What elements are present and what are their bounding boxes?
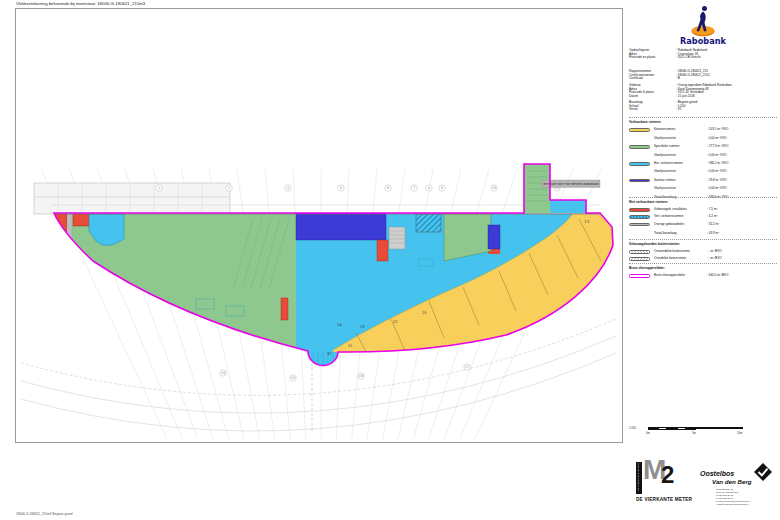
oostelbos-logo: Oostelbos Van den Berg Ravenswade 10 343…	[700, 465, 778, 517]
swatch-specific	[629, 145, 650, 149]
legend-row: Sanitair ruimten29,8 m² VVO	[629, 176, 777, 184]
legend-header: Bruto vloeroppervlakte:	[629, 267, 777, 271]
legend-header: Niet verhuurbare ruimten:	[629, 201, 777, 205]
zone-specific-protrusion	[524, 164, 550, 213]
legend-row: Glaslijncorrectie0,00 m² VVO	[629, 151, 777, 159]
svg-text:3: 3	[228, 186, 230, 190]
oostelbos-address: Ravenswade 10 3439 PK Nieuwegein T 030 2…	[716, 488, 750, 506]
building-info: GebouwOverig eigendom Rabobank Rotterdam…	[629, 84, 777, 98]
svg-text:8: 8	[428, 186, 430, 190]
svg-text:7: 7	[413, 186, 415, 190]
zone-installations-1	[377, 240, 388, 261]
grid-bubbles-bottom: 14 15 16 17	[220, 364, 470, 381]
m2-logo-caption: DE VIERKANTE METER	[636, 497, 692, 502]
swatch-sanitary	[629, 179, 650, 183]
m2-logo-2: 2	[661, 462, 674, 488]
swatch-covered-outdoor	[629, 257, 650, 261]
swatch-circulation	[629, 162, 650, 166]
legend-gross-area: Bruto vloeroppervlakte: Bruto vloeropper…	[629, 263, 777, 279]
zone-sanitary-small	[488, 225, 500, 249]
legend-row: Glaslijncorrectie0,00 m² VVO	[629, 168, 777, 176]
logo-figure-head	[702, 6, 707, 11]
svg-text:17: 17	[465, 365, 469, 369]
legend-row: Gebouwgeb. installaties7,5 m²	[629, 206, 777, 213]
legend-row: Overige gebouwdelen32,2 m²	[629, 221, 777, 228]
swatch-vertical-circulation	[629, 215, 650, 219]
legend-total-row: Totaal bouwlaag43,9 m²	[629, 230, 777, 237]
m2-logo-bar: DE VIERKANTE METER	[636, 462, 642, 494]
zone-vertical-circulation	[416, 214, 441, 232]
svg-text:4: 4	[287, 186, 289, 190]
svg-text:22: 22	[393, 320, 398, 324]
svg-text:BEHOORT NIET TOT BESTEK RABOBA: BEHOORT NIET TOT BESTEK RABOBANK	[543, 182, 599, 186]
floor-info: BouwlaagBegane grond Schaal1:200 VersieV…	[629, 101, 777, 112]
svg-text:21: 21	[348, 344, 353, 348]
legend-non-rentable: Niet verhuurbare ruimten: Gebouwgeb. ins…	[629, 197, 777, 237]
svg-text:9: 9	[441, 186, 443, 190]
legend-row: Kantoorruimten103,1 m² VVO	[629, 126, 777, 134]
svg-text:6: 6	[387, 186, 389, 190]
client-info: OpdrachtgeverRabobank Nederland AdresCro…	[629, 49, 777, 60]
svg-text:37: 37	[327, 352, 332, 356]
stairs-block	[389, 227, 405, 249]
adjacent-building-outline	[34, 183, 230, 214]
legend-row: Glaslijncorrectie0,00 m² VVO	[629, 134, 777, 142]
legend-row: Overdekte buitenruimte- m² BVO	[629, 255, 777, 262]
swatch-other-parts	[629, 223, 650, 227]
rabobank-wordmark: Rabobank	[680, 36, 727, 46]
swatch-open-outdoor	[629, 250, 650, 254]
zone-sanitary	[296, 213, 386, 240]
legend-outdoor: Gebouwgebonden buitenruimten: Onoverdekt…	[629, 239, 777, 263]
info-row: VersieV1	[629, 108, 777, 112]
rabobank-logo: Rabobank	[629, 2, 777, 48]
legend-row: Vert. verkeersruimten4,2 m²	[629, 213, 777, 220]
oostelbos-name: Oostelbos	[700, 470, 734, 477]
oostelbos-diamond-icon	[754, 463, 772, 481]
info-row: Datum21 juni 2018	[629, 95, 777, 99]
report-info: Rapportnummer18006-G-180621_215 Certific…	[629, 70, 777, 81]
file-reference: 18006-G-180621_215m3 Begane grond	[16, 512, 73, 516]
svg-text:2: 2	[158, 186, 160, 190]
scale-ratio: 1:200	[629, 427, 636, 430]
svg-text:14: 14	[221, 371, 225, 375]
scale-bar-graphic	[648, 427, 743, 430]
stair-notch	[308, 351, 338, 366]
svg-text:13: 13	[584, 219, 590, 224]
swatch-installations	[629, 208, 650, 212]
scale-bar: 1:200 0m 5m 10m	[629, 424, 777, 438]
svg-text:5: 5	[340, 186, 342, 190]
svg-text:10: 10	[492, 186, 496, 190]
svg-text:25: 25	[422, 311, 427, 315]
swatch-offices	[629, 128, 650, 132]
info-row: CertificaatB	[629, 77, 777, 81]
svg-text:23: 23	[360, 325, 365, 329]
legend-header: Verhuurbare ruimten:	[629, 121, 777, 125]
svg-text:24: 24	[337, 323, 342, 327]
legend-row: Glaslijncorrectie0,00 m² VVO	[629, 185, 777, 193]
legend-rentable: Verhuurbare ruimten: Kantoorruimten103,1…	[629, 117, 777, 202]
swatch-gross-area	[629, 274, 650, 278]
legend-header: Gebouwgebonden buitenruimten:	[629, 243, 777, 247]
svg-text:15: 15	[291, 376, 295, 380]
legend-row: Specifieke ruimten277,3 m² VVO	[629, 143, 777, 151]
legend-row: Hor. verkeersruimten186,2 m² VVO	[629, 160, 777, 168]
floor-plan: 2 3 4 5 6 7 8 9 10 11 14 15 16 17	[16, 9, 622, 442]
svg-text:16: 16	[359, 374, 363, 378]
rabobank-logo-graphic: Rabobank	[675, 2, 731, 48]
info-row: Postcode en plaats3521 CB Utrecht	[629, 56, 777, 60]
zone-installations-2	[281, 298, 288, 320]
sheet-title: Vlekkentekening behorende bij meetstaat:…	[16, 1, 145, 6]
legend-row: Bruto vloeroppervlakte640,5 m² BVO	[629, 272, 777, 279]
drawing-sheet: Vlekkentekening behorende bij meetstaat:…	[0, 0, 780, 520]
legend-row: Onoverdekte buitenruimte- m² BVO	[629, 248, 777, 255]
zone-circulation-step	[550, 200, 586, 213]
m2-logo: DE VIERKANTE METER M 2 DE VIERKANTE METE…	[636, 461, 694, 509]
oostelbos-name2: Van den Berg	[712, 478, 752, 485]
plan-frame: 2 3 4 5 6 7 8 9 10 11 14 15 16 17	[15, 8, 623, 443]
